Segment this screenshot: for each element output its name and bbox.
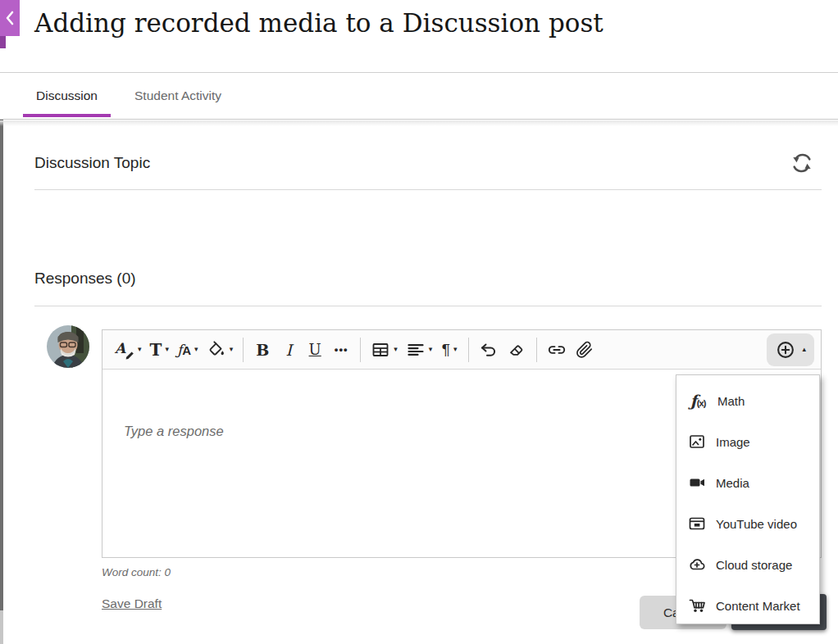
italic-icon: I [285, 341, 292, 359]
menu-item-label: Image [716, 435, 750, 449]
math-icon: ƒ(x) [688, 392, 708, 410]
insert-content-button[interactable]: ▴ [767, 333, 814, 366]
tab-discussion[interactable]: Discussion [23, 73, 111, 119]
insert-content-menu: ƒ(x) Math Image [676, 374, 820, 624]
undo-button[interactable] [475, 334, 503, 365]
align-left-icon [406, 340, 426, 360]
toolbar-separator [468, 338, 469, 362]
attachment-button[interactable] [571, 334, 599, 365]
menu-item-label: Cloud storage [716, 558, 792, 572]
insert-link-button[interactable] [543, 334, 571, 365]
responses-heading: Responses (0) [34, 270, 136, 288]
chevron-down-icon: ▾ [138, 346, 142, 353]
chevron-down-icon: ▾ [194, 346, 198, 353]
underline-icon: U [309, 341, 321, 358]
editor-placeholder: Type a response [124, 424, 224, 439]
video-camera-icon [688, 474, 706, 492]
back-button[interactable] [0, 0, 20, 36]
menu-item-label: Media [716, 476, 749, 490]
font-size-icon: ƒA [177, 342, 191, 358]
link-icon [547, 340, 567, 360]
eraser-icon [507, 340, 526, 360]
user-avatar [47, 325, 89, 368]
tab-bar-shadow [0, 120, 838, 126]
table-button[interactable]: ▾ [367, 334, 402, 365]
page-edge-strip [0, 94, 3, 610]
page-edge-strip-bottom [0, 610, 3, 644]
menu-item-label: Math [717, 394, 745, 408]
tab-bar: Discussion Student Activity [0, 72, 838, 120]
image-icon [688, 433, 706, 451]
bold-button[interactable]: B [249, 334, 276, 365]
refresh-icon [787, 148, 818, 178]
section-divider [34, 189, 822, 190]
italic-button[interactable]: I [276, 334, 302, 365]
youtube-icon [688, 515, 706, 533]
word-count: Word count: 0 [102, 566, 171, 578]
page-title: Adding recorded media to a Discussion po… [34, 8, 813, 38]
underline-button[interactable]: U [302, 334, 328, 365]
text-style-button[interactable]: A ▾ [111, 334, 146, 365]
paint-bucket-icon [207, 340, 226, 360]
paperclip-icon [575, 340, 594, 360]
chevron-down-icon: ▾ [394, 346, 398, 353]
chevron-up-icon: ▴ [802, 346, 806, 353]
cloud-upload-icon [688, 556, 706, 574]
discussion-topic-heading: Discussion Topic [34, 154, 150, 172]
menu-item-image[interactable]: Image [676, 421, 819, 462]
tab-discussion-label: Discussion [36, 88, 98, 103]
discussion-page: Adding recorded media to a Discussion po… [0, 0, 838, 644]
ellipsis-icon: ••• [335, 343, 348, 356]
menu-item-math[interactable]: ƒ(x) Math [676, 380, 819, 421]
paragraph-button[interactable]: ¶ ▾ [436, 334, 462, 365]
bold-icon: B [256, 341, 269, 359]
table-icon [371, 340, 390, 360]
chevron-down-icon: ▾ [165, 346, 169, 353]
font-size-button[interactable]: ƒA ▾ [173, 334, 203, 365]
toolbar-separator [536, 338, 537, 362]
refresh-button[interactable] [787, 147, 818, 179]
text-style-icon: A [115, 340, 134, 360]
font-family-button[interactable]: T ▾ [146, 334, 173, 365]
save-draft-link[interactable]: Save Draft [102, 596, 162, 611]
chevron-down-icon: ▾ [453, 346, 458, 353]
alignment-button[interactable]: ▾ [402, 334, 437, 365]
menu-item-media[interactable]: Media [676, 462, 819, 503]
menu-item-content-market[interactable]: Content Market [676, 585, 819, 626]
menu-item-label: Content Market [716, 599, 800, 613]
paragraph-icon: ¶ [442, 341, 450, 359]
menu-item-youtube[interactable]: YouTube video [676, 503, 819, 544]
font-family-icon: T [150, 340, 162, 360]
tab-student-activity-label: Student Activity [134, 88, 221, 103]
chevron-down-icon: ▾ [429, 346, 433, 353]
toolbar-separator [243, 338, 244, 362]
text-color-button[interactable]: ▾ [203, 334, 238, 365]
clear-formatting-button[interactable] [503, 334, 531, 365]
menu-item-label: YouTube video [716, 517, 797, 531]
section-divider [34, 306, 822, 306]
chevron-left-icon [3, 8, 16, 28]
editor-toolbar: A ▾ T ▾ ƒA ▾ [102, 330, 821, 370]
shopping-cart-icon [688, 596, 706, 615]
chevron-down-icon: ▾ [230, 346, 234, 353]
tab-student-activity[interactable]: Student Activity [121, 73, 235, 119]
more-options-button[interactable]: ••• [328, 334, 354, 365]
page-edge-accent [0, 36, 6, 48]
menu-item-cloud-storage[interactable]: Cloud storage [676, 544, 819, 585]
toolbar-separator [360, 338, 361, 362]
plus-circle-icon [775, 339, 796, 361]
undo-icon [479, 340, 499, 360]
